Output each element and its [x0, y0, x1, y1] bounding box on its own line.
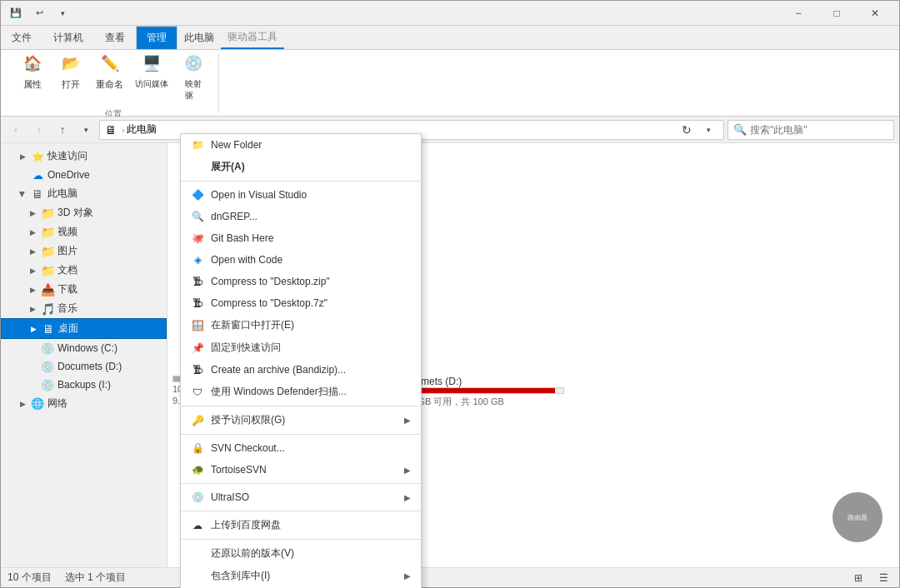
- cm-item-ultraiso[interactable]: 💿 UltraISO ▶: [181, 486, 421, 508]
- cm-item-grant-access[interactable]: 🔑 授予访问权限(G) ▶: [181, 409, 421, 431]
- network-icon: 🌐: [31, 397, 44, 411]
- qa-undo-btn[interactable]: ↩: [29, 4, 49, 22]
- sidebar-label-music: 音乐: [58, 301, 78, 316]
- search-bar[interactable]: 🔍: [728, 120, 894, 140]
- close-button[interactable]: ✕: [856, 1, 894, 26]
- view-icon-btn[interactable]: ⊞: [849, 571, 868, 586]
- sidebar-item-music[interactable]: ▶ 🎵 音乐: [1, 299, 167, 318]
- status-bar: 10 个项目 选中 1 个项目 ⊞ ☰: [1, 567, 899, 587]
- ribbon-btn-properties[interactable]: 🏠 属性: [14, 47, 51, 105]
- ribbon-group-location: 🏠 属性 📂 打开 ✏️ 重命名 🖥️ 访问媒体: [8, 53, 219, 112]
- sidebar-item-windows-c[interactable]: ▶ 💿 Windows (C:): [1, 339, 167, 357]
- tab-file[interactable]: 文件: [1, 26, 42, 49]
- ribbon-btn-label-open: 打开: [62, 78, 80, 91]
- this-pc-icon: 🖥: [31, 187, 44, 201]
- expand-arrow-desktop: ▶: [28, 324, 38, 334]
- cm-label-wrap-grant: 🔑 授予访问权限(G): [191, 413, 285, 427]
- cm-item-expand[interactable]: 展开(A): [181, 156, 421, 178]
- ribbon-group-inner: 🏠 属性 📂 打开 ✏️ 重命名 🖥️ 访问媒体: [14, 47, 212, 105]
- cm-label-expand: 展开(A): [211, 160, 245, 174]
- cm-item-git-bash[interactable]: 🐙 Git Bash Here: [181, 227, 421, 249]
- cm-item-compress-7z[interactable]: 🗜 Compress to "Desktop.7z": [181, 292, 421, 314]
- media-icon: 🖥️: [138, 50, 165, 77]
- sidebar-label-3d-objects: 3D 对象: [58, 206, 93, 220]
- sidebar-label-backups-i: Backups (I:): [58, 379, 111, 391]
- ribbon-btn-open[interactable]: 📂 打开: [52, 47, 89, 105]
- cm-icon-vs: 🔷: [191, 188, 204, 202]
- sidebar: ▶ ⭐ 快速访问 ▶ ☁ OneDrive ▶ 🖥 此电脑 ▶ 📁 3D 对象: [1, 143, 168, 567]
- sidebar-item-quick-access[interactable]: ▶ ⭐ 快速访问: [1, 147, 167, 166]
- tab-view[interactable]: 查看: [94, 26, 136, 49]
- cm-item-baidu[interactable]: ☁ 上传到百度网盘: [181, 514, 421, 536]
- recent-locations-button[interactable]: ▾: [76, 120, 96, 140]
- window: 💾 ↩ ▾ − □ ✕ 文件 计算机 查看 管理 此电脑 驱动器工具 🏠: [0, 0, 900, 588]
- sidebar-label-windows-c: Windows (C:): [58, 342, 118, 354]
- quick-access-icon: ⭐: [31, 150, 44, 163]
- qa-save-btn[interactable]: 💾: [6, 4, 26, 22]
- forward-button[interactable]: ›: [29, 120, 49, 140]
- tab-computer[interactable]: 计算机: [42, 26, 94, 49]
- cm-item-defender[interactable]: 🛡 使用 Windows Defender扫描...: [181, 381, 421, 403]
- cm-label-svn: SVN Checkout...: [211, 442, 285, 454]
- tab-manage[interactable]: 管理: [136, 26, 178, 49]
- address-path: 此电脑: [127, 122, 157, 137]
- address-bar-refresh[interactable]: ↻: [677, 120, 697, 140]
- pictures-icon: 📁: [41, 245, 54, 258]
- cm-label-vs: Open in Visual Studio: [211, 189, 307, 201]
- expand-arrow-music: ▶: [28, 304, 38, 314]
- cm-item-pin-quick[interactable]: 📌 固定到快速访问: [181, 336, 421, 359]
- ribbon: 文件 计算机 查看 管理 此电脑 驱动器工具 🏠 属性 📂 打开: [1, 26, 899, 117]
- cm-item-tortoisesvn[interactable]: 🐢 TortoiseSVN ▶: [181, 459, 421, 481]
- sidebar-item-onedrive[interactable]: ▶ ☁ OneDrive: [1, 166, 167, 184]
- view-list-btn[interactable]: ☰: [874, 571, 892, 586]
- sidebar-item-backups-i[interactable]: ▶ 💿 Backups (I:): [1, 376, 167, 394]
- sidebar-item-network[interactable]: ▶ 🌐 网络: [1, 394, 167, 413]
- sidebar-item-documents[interactable]: ▶ 📁 文档: [1, 261, 167, 280]
- quick-access-toolbar: 💾 ↩ ▾: [6, 4, 779, 22]
- cm-label-compress-zip: Compress to "Desktop.zip": [211, 276, 330, 287]
- drive-item-documets[interactable]: Documets (D:) 2.79 GB 可用，共 100 GB: [398, 376, 564, 408]
- cm-label-git-bash: Git Bash Here: [211, 232, 273, 244]
- ribbon-btn-map[interactable]: 💿 映射驱: [175, 47, 212, 105]
- up-button[interactable]: ↑: [52, 120, 72, 140]
- cm-item-svn[interactable]: 🔒 SVN Checkout...: [181, 437, 421, 459]
- address-bar-dropdown[interactable]: ▾: [698, 120, 718, 140]
- cm-arrow-grant: ▶: [404, 416, 411, 425]
- cm-item-library[interactable]: 包含到库中(I) ▶: [181, 565, 421, 587]
- cm-label-restore: 还原以前的版本(V): [211, 546, 294, 561]
- search-input[interactable]: [750, 124, 888, 136]
- sidebar-item-pictures[interactable]: ▶ 📁 图片: [1, 242, 167, 261]
- cm-item-new-window[interactable]: 🪟 在新窗口中打开(E): [181, 314, 421, 336]
- cm-sep-4: [181, 483, 421, 484]
- cm-sep-3: [181, 434, 421, 435]
- maximize-button[interactable]: □: [818, 1, 856, 26]
- cm-item-restore[interactable]: 还原以前的版本(V): [181, 542, 421, 565]
- cm-icon-new-folder: 📁: [191, 138, 204, 152]
- sidebar-item-videos[interactable]: ▶ 📁 视频: [1, 222, 167, 242]
- context-menu: 📁 New Folder 展开(A) 🔷 Open in Visual Stud…: [180, 133, 422, 588]
- ribbon-btn-label-media: 访问媒体: [135, 78, 168, 90]
- sidebar-item-this-pc[interactable]: ▶ 🖥 此电脑: [1, 184, 167, 203]
- sidebar-item-documets-d[interactable]: ▶ 💿 Documets (D:): [1, 357, 167, 376]
- cm-label-bandizip: Create an archive (Bandizip)...: [211, 364, 346, 376]
- cm-item-vs[interactable]: 🔷 Open in Visual Studio: [181, 184, 421, 206]
- cm-item-open-code[interactable]: ◈ Open with Code: [181, 249, 421, 271]
- qa-dropdown-btn[interactable]: ▾: [52, 4, 72, 22]
- cm-label-wrap-ultraiso: 💿 UltraISO: [191, 491, 249, 504]
- cm-icon-restore: [191, 547, 204, 561]
- back-button[interactable]: ‹: [6, 120, 26, 140]
- sidebar-item-downloads[interactable]: ▶ 📥 下载: [1, 280, 167, 299]
- cm-icon-baidu: ☁: [191, 519, 204, 532]
- sidebar-item-3d-objects[interactable]: ▶ 📁 3D 对象: [1, 203, 167, 222]
- cm-item-bandizip[interactable]: 🗜 Create an archive (Bandizip)...: [181, 359, 421, 381]
- minimize-button[interactable]: −: [779, 1, 818, 26]
- cm-item-compress-zip[interactable]: 🗜 Compress to "Desktop.zip": [181, 271, 421, 292]
- status-right: ⊞ ☰: [849, 571, 892, 586]
- cm-icon-open-code: ◈: [191, 253, 204, 267]
- cm-item-new-folder[interactable]: 📁 New Folder: [181, 134, 421, 156]
- ribbon-btn-media[interactable]: 🖥️ 访问媒体: [130, 47, 173, 105]
- ribbon-btn-rename[interactable]: ✏️ 重命名: [91, 47, 128, 105]
- cm-label-defender: 使用 Windows Defender扫描...: [211, 385, 347, 399]
- cm-item-dngrep[interactable]: 🔍 dnGREP...: [181, 206, 421, 227]
- sidebar-item-desktop[interactable]: ▶ 🖥 桌面: [1, 318, 167, 339]
